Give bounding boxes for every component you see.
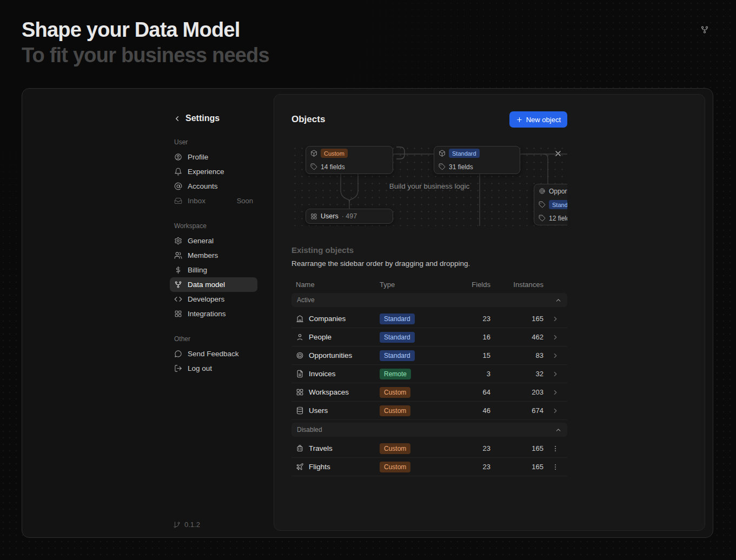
logout-icon bbox=[174, 364, 182, 372]
table-row-flights[interactable]: Flights Custom 23 165 bbox=[291, 458, 567, 476]
type-badge: Standard bbox=[380, 314, 415, 324]
group-active[interactable]: Active bbox=[291, 293, 567, 307]
settings-back[interactable]: Settings bbox=[170, 112, 257, 124]
object-name: People bbox=[309, 333, 331, 341]
type-badge: Standard bbox=[380, 332, 415, 343]
object-name: Opportunities bbox=[549, 188, 567, 195]
kebab-menu-icon[interactable] bbox=[552, 445, 559, 452]
table-row-opportunities[interactable]: Opportunities Standard 15 83 bbox=[291, 346, 567, 365]
instances-count: 32 bbox=[490, 370, 543, 378]
hero-heading: Shape your Data Model To fit your busine… bbox=[22, 17, 269, 68]
chevron-right-icon[interactable] bbox=[552, 407, 559, 415]
sidebar-item-label: General bbox=[188, 237, 214, 245]
fields-label: 12 fields bbox=[549, 215, 567, 222]
sidebar-item-label: Members bbox=[188, 251, 218, 259]
sidebar-item-label: Experience bbox=[188, 168, 224, 176]
sidebar-item-send-feedback[interactable]: Send Feedback bbox=[170, 346, 257, 361]
chat-bubble-icon bbox=[174, 350, 182, 358]
chevron-right-icon[interactable] bbox=[552, 389, 559, 396]
bell-icon bbox=[174, 168, 182, 176]
chevron-right-icon[interactable] bbox=[552, 352, 559, 359]
type-badge: Custom bbox=[380, 443, 410, 454]
table-row-companies[interactable]: Companies Standard 23 165 bbox=[291, 310, 567, 328]
plane-icon bbox=[296, 463, 304, 471]
sidebar-section-other: Other Send Feedback Log out bbox=[170, 335, 257, 376]
instances-count: 462 bbox=[490, 333, 543, 341]
kebab-menu-icon[interactable] bbox=[552, 463, 559, 471]
type-badge: Standard bbox=[449, 149, 480, 158]
sidebar-item-integrations[interactable]: Integrations bbox=[170, 306, 257, 321]
hero-subtitle: To fit your business needs bbox=[22, 43, 269, 68]
canvas-close-button[interactable] bbox=[554, 149, 563, 158]
column-fields: Fields bbox=[445, 281, 490, 289]
fields-label: 31 fields bbox=[449, 163, 473, 171]
sidebar-item-general[interactable]: General bbox=[170, 234, 257, 248]
sidebar-item-inbox[interactable]: Inbox Soon bbox=[170, 194, 257, 208]
fields-count: 15 bbox=[445, 351, 490, 359]
table-row-travels[interactable]: Travels Custom 23 165 bbox=[291, 439, 567, 458]
at-sign-icon bbox=[174, 182, 182, 190]
group-label: Active bbox=[297, 296, 315, 304]
chevron-up-icon bbox=[555, 426, 562, 434]
tag-icon bbox=[439, 163, 446, 170]
table-row-users[interactable]: Users Custom 46 674 bbox=[291, 402, 567, 420]
type-badge: Custom bbox=[380, 405, 410, 416]
instances-count: 165 bbox=[490, 444, 543, 452]
existing-objects-heading: Existing objects bbox=[291, 245, 354, 255]
data-model-icon bbox=[174, 281, 182, 289]
fields-count: 16 bbox=[445, 333, 490, 341]
object-name: Workspaces bbox=[309, 388, 349, 396]
chevron-right-icon[interactable] bbox=[552, 334, 559, 341]
chevron-right-icon[interactable] bbox=[552, 370, 559, 378]
sidebar-item-label: Integrations bbox=[188, 310, 226, 318]
chevron-right-icon[interactable] bbox=[552, 315, 559, 323]
profile-icon bbox=[174, 153, 182, 161]
canvas-node-custom[interactable]: Custom 14 fields bbox=[306, 146, 393, 174]
canvas-node-users[interactable]: Users · 497 bbox=[306, 209, 393, 224]
object-name: Invoices bbox=[309, 370, 336, 378]
section-label: Workspace bbox=[170, 222, 257, 230]
sidebar-item-members[interactable]: Members bbox=[170, 248, 257, 263]
luggage-icon bbox=[296, 444, 304, 452]
record-count: · 497 bbox=[342, 212, 357, 220]
sidebar-item-profile[interactable]: Profile bbox=[170, 150, 257, 164]
sidebar-item-log-out[interactable]: Log out bbox=[170, 361, 257, 376]
table-row-invoices[interactable]: Invoices Remote 3 32 bbox=[291, 365, 567, 383]
cube-icon bbox=[310, 150, 317, 157]
group-label: Disabled bbox=[297, 426, 322, 434]
group-disabled[interactable]: Disabled bbox=[291, 423, 567, 437]
sidebar-item-label: Developers bbox=[188, 295, 224, 303]
tag-icon bbox=[539, 201, 546, 208]
building-icon bbox=[296, 315, 304, 323]
app-version: 0.1.2 bbox=[173, 521, 200, 529]
target-icon bbox=[296, 351, 304, 359]
sidebar-item-label: Data model bbox=[188, 281, 225, 289]
column-type: Type bbox=[380, 281, 445, 289]
sidebar-item-label: Billing bbox=[188, 266, 207, 274]
chevron-up-icon bbox=[555, 297, 562, 304]
instances-count: 165 bbox=[490, 463, 543, 471]
file-icon bbox=[296, 370, 304, 378]
canvas-node-opportunities[interactable]: Opportunities Standard 12 fields bbox=[534, 184, 567, 225]
sidebar-item-billing[interactable]: Billing bbox=[170, 263, 257, 277]
table-row-people[interactable]: People Standard 16 462 bbox=[291, 328, 567, 346]
sidebar-item-data-model[interactable]: Data model bbox=[170, 277, 257, 292]
soon-badge: Soon bbox=[237, 197, 253, 205]
data-model-canvas[interactable]: Custom 14 fields Standard 31 fields Buil… bbox=[291, 145, 567, 226]
object-name: Travels bbox=[309, 444, 333, 452]
new-object-button[interactable]: New object bbox=[509, 111, 567, 128]
plus-icon bbox=[516, 116, 523, 123]
blocks-icon bbox=[296, 388, 304, 396]
table-row-workspaces[interactable]: Workspaces Custom 64 203 bbox=[291, 383, 567, 402]
sidebar-item-accounts[interactable]: Accounts bbox=[170, 179, 257, 194]
sidebar-item-developers[interactable]: Developers bbox=[170, 292, 257, 306]
chevron-left-icon bbox=[173, 115, 181, 123]
person-icon bbox=[296, 333, 304, 341]
sidebar-item-experience[interactable]: Experience bbox=[170, 164, 257, 179]
cube-icon bbox=[439, 150, 446, 157]
tag-icon bbox=[539, 215, 546, 222]
canvas-node-standard[interactable]: Standard 31 fields bbox=[434, 146, 520, 174]
instances-count: 203 bbox=[490, 388, 543, 396]
fields-count: 23 bbox=[445, 444, 490, 452]
sidebar-item-label: Inbox bbox=[188, 197, 205, 205]
